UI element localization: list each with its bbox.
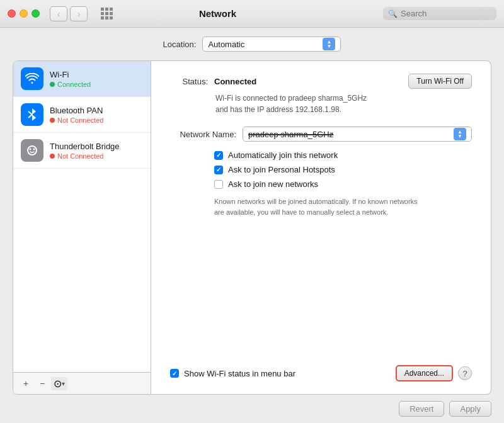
- svg-point-0: [28, 146, 37, 155]
- sidebar-item-thunderbolt[interactable]: Thunderbolt Bridge Not Connected: [13, 133, 151, 169]
- known-networks-info: Known networks will be joined automatica…: [214, 196, 428, 217]
- thunderbolt-name: Thunderbolt Bridge: [50, 142, 120, 151]
- location-select[interactable]: Automatic ▲ ▼: [202, 37, 341, 52]
- right-panel: Status: Connected Turn Wi-Fi Off Wi-Fi i…: [151, 60, 491, 395]
- body-area: Wi-Fi Connected: [0, 60, 504, 395]
- search-input[interactable]: [401, 9, 489, 18]
- status-row: Status: Connected Turn Wi-Fi Off: [170, 74, 472, 89]
- sidebar-footer: + − ⊙ ▾: [13, 372, 151, 394]
- bottom-bar: Show Wi-Fi status in menu bar Advanced..…: [170, 355, 472, 381]
- network-name-value: pradeep sharma_5GHz: [248, 130, 454, 139]
- auto-join-checkbox[interactable]: [214, 151, 223, 160]
- bluetooth-name: Bluetooth PAN: [50, 106, 103, 115]
- status-label: Status:: [170, 77, 208, 86]
- checkbox-ask-new: Ask to join new networks: [214, 179, 472, 189]
- sidebar-item-wifi[interactable]: Wi-Fi Connected: [13, 61, 151, 97]
- show-wifi-row: Show Wi-Fi status in menu bar: [170, 369, 295, 378]
- wifi-icon: [21, 67, 43, 90]
- location-value: Automatic: [208, 40, 323, 49]
- traffic-lights: [8, 9, 40, 18]
- sidebar-list: Wi-Fi Connected: [13, 61, 151, 372]
- thunderbolt-status-row: Not Connected: [50, 152, 120, 160]
- ask-new-label: Ask to join new networks: [228, 179, 318, 189]
- bluetooth-item-info: Bluetooth PAN Not Connected: [50, 106, 103, 124]
- show-wifi-checkbox[interactable]: [170, 369, 179, 378]
- remove-network-button[interactable]: −: [35, 376, 50, 390]
- ask-new-checkbox[interactable]: [214, 180, 223, 189]
- turn-wifi-button[interactable]: Turn Wi-Fi Off: [408, 74, 472, 89]
- show-wifi-label: Show Wi-Fi status in menu bar: [184, 369, 295, 378]
- thunderbolt-icon: [21, 139, 43, 162]
- wifi-status-row: Connected: [50, 81, 91, 88]
- revert-button[interactable]: Revert: [399, 401, 444, 417]
- thunderbolt-item-info: Thunderbolt Bridge Not Connected: [50, 142, 120, 160]
- network-name-input[interactable]: pradeep sharma_5GHz ▲ ▼: [243, 127, 472, 142]
- apply-button[interactable]: Apply: [449, 401, 491, 417]
- help-button[interactable]: ?: [458, 366, 472, 380]
- location-dropdown-arrow[interactable]: ▲ ▼: [323, 38, 335, 50]
- bluetooth-status-text: Not Connected: [57, 116, 103, 124]
- action-dropdown[interactable]: ⊙ ▾: [51, 377, 67, 390]
- location-bar: Location: Automatic ▲ ▼: [0, 28, 504, 60]
- search-icon: 🔍: [388, 9, 398, 18]
- sidebar-item-bluetooth[interactable]: Bluetooth PAN Not Connected: [13, 97, 151, 133]
- minimize-button[interactable]: [20, 9, 28, 18]
- wifi-status-dot: [50, 82, 55, 87]
- network-name-dropdown-arrow[interactable]: ▲ ▼: [454, 128, 466, 140]
- panel-footer: Revert Apply: [0, 395, 504, 423]
- svg-point-2: [33, 149, 35, 150]
- title-bar: ‹ › Network 🔍: [0, 0, 504, 28]
- ask-hotspot-label: Ask to join Personal Hotspots: [228, 165, 335, 174]
- status-value: Connected: [214, 77, 256, 86]
- status-description: Wi-Fi is connected to pradeep sharma_5GH…: [215, 93, 472, 115]
- auto-join-label: Automatically join this network: [228, 150, 338, 160]
- svg-point-1: [30, 149, 32, 150]
- search-box[interactable]: 🔍: [383, 7, 496, 20]
- sidebar: Wi-Fi Connected: [13, 60, 151, 395]
- checkbox-auto-join: Automatically join this network: [214, 150, 472, 160]
- main-content: Location: Automatic ▲ ▼: [0, 28, 504, 423]
- bluetooth-status-row: Not Connected: [50, 116, 103, 124]
- window-title: Network: [57, 8, 378, 19]
- advanced-button[interactable]: Advanced...: [396, 365, 453, 381]
- thunderbolt-status-dot: [50, 154, 55, 159]
- network-name-label: Network Name:: [170, 130, 236, 139]
- checkbox-ask-hotspot: Ask to join Personal Hotspots: [214, 165, 472, 174]
- bluetooth-status-dot: [50, 118, 55, 123]
- add-network-button[interactable]: +: [18, 376, 33, 390]
- bluetooth-icon: [21, 103, 43, 126]
- thunderbolt-status-text: Not Connected: [57, 152, 103, 160]
- location-label: Location:: [163, 40, 197, 49]
- wifi-name: Wi-Fi: [50, 70, 91, 79]
- wifi-status-text: Connected: [57, 81, 91, 88]
- close-button[interactable]: [8, 9, 16, 18]
- zoom-button[interactable]: [32, 9, 40, 18]
- network-name-row: Network Name: pradeep sharma_5GHz ▲ ▼: [170, 127, 472, 142]
- action-icon: ⊙: [54, 378, 62, 390]
- ask-hotspot-checkbox[interactable]: [214, 166, 223, 174]
- dropdown-arrow: ▾: [62, 380, 65, 387]
- wifi-item-info: Wi-Fi Connected: [50, 70, 91, 88]
